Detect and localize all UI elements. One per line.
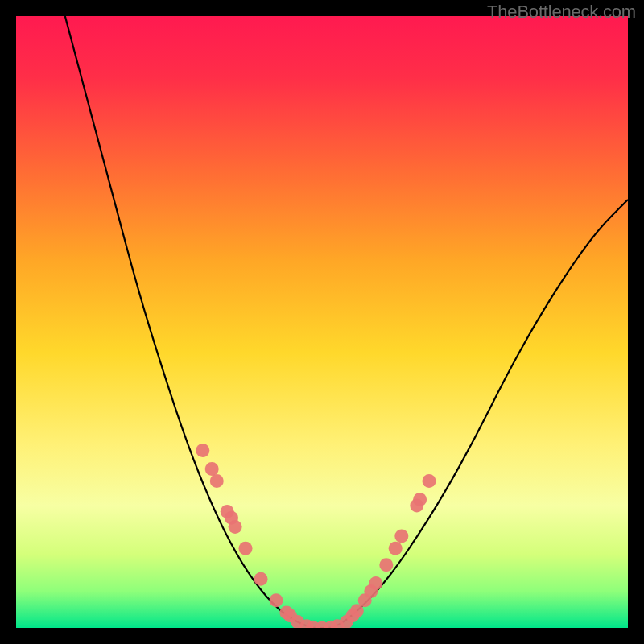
data-point bbox=[205, 462, 219, 476]
watermark-label: TheBottleneck.com bbox=[487, 2, 636, 23]
data-point bbox=[229, 520, 242, 534]
data-point bbox=[423, 474, 436, 488]
chart-svg bbox=[16, 16, 628, 628]
data-point bbox=[196, 444, 209, 457]
data-point bbox=[270, 593, 283, 607]
data-point bbox=[413, 493, 427, 506]
data-point bbox=[394, 530, 408, 543]
data-point bbox=[210, 474, 224, 488]
data-point bbox=[369, 576, 382, 590]
data-point bbox=[379, 558, 393, 572]
plot-area bbox=[16, 16, 628, 628]
chart-container: TheBottleneck.com bbox=[0, 0, 644, 644]
data-point bbox=[254, 572, 268, 586]
data-point bbox=[389, 542, 402, 555]
data-point bbox=[239, 542, 253, 555]
